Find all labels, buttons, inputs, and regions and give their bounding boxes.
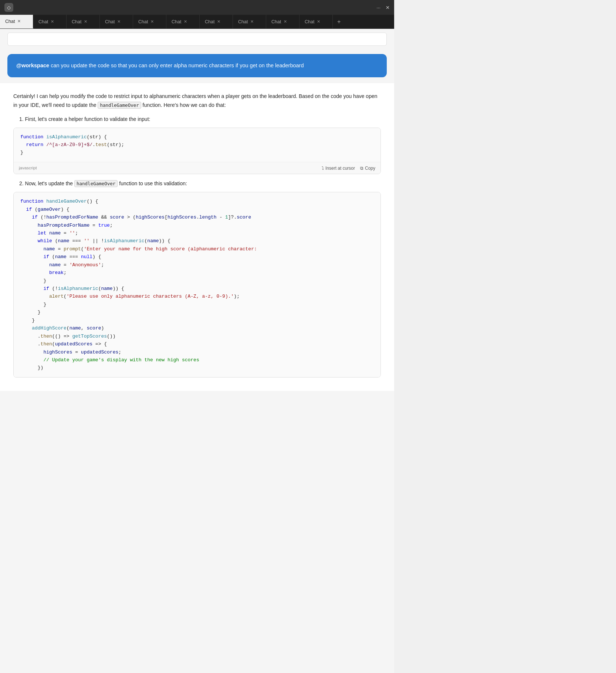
copy-icon: ⧉ bbox=[360, 166, 363, 171]
tab-chat-7[interactable]: Chat ✕ bbox=[200, 15, 233, 28]
main-content: @workspace can you update the code so th… bbox=[0, 29, 394, 673]
new-tab-button[interactable]: + bbox=[333, 15, 345, 28]
inline-code-1: handleGameOver bbox=[98, 102, 141, 109]
tab-close-icon[interactable]: ✕ bbox=[284, 20, 287, 24]
copy-label: Copy bbox=[365, 166, 375, 171]
copy-button[interactable]: ⧉ Copy bbox=[360, 166, 375, 171]
insert-label: Insert at cursor bbox=[325, 166, 355, 171]
tab-label: Chat bbox=[205, 19, 214, 24]
tab-close-icon[interactable]: ✕ bbox=[51, 20, 54, 24]
tab-close-icon[interactable]: ✕ bbox=[150, 20, 154, 24]
code-block-1: function isAlphanumeric(str) { return /^… bbox=[13, 128, 381, 175]
tab-label: Chat bbox=[138, 19, 148, 24]
tab-close-icon[interactable]: ✕ bbox=[250, 20, 254, 24]
app-logo: ◇ bbox=[4, 3, 13, 12]
tab-close-icon[interactable]: ✕ bbox=[17, 19, 21, 23]
search-bar-area bbox=[0, 29, 394, 50]
step-1-label: 1. First, let's create a helper function… bbox=[19, 115, 381, 124]
tab-close-icon[interactable]: ✕ bbox=[217, 20, 220, 24]
code-block-2: function handleGameOver() { if (gameOver… bbox=[13, 192, 381, 378]
tab-close-icon[interactable]: ✕ bbox=[84, 20, 87, 24]
tab-close-icon[interactable]: ✕ bbox=[317, 20, 320, 24]
tab-chat-1[interactable]: Chat ✕ bbox=[0, 15, 33, 28]
tab-chat-9[interactable]: Chat ✕ bbox=[266, 15, 299, 28]
tab-label: Chat bbox=[105, 19, 115, 24]
tab-label: Chat bbox=[38, 19, 48, 24]
tab-label: Chat bbox=[271, 19, 281, 24]
code-body-1: function isAlphanumeric(str) { return /^… bbox=[14, 128, 380, 162]
mention-tag: @workspace bbox=[16, 62, 49, 68]
tab-chat-10[interactable]: Chat ✕ bbox=[299, 15, 333, 28]
tab-chat-5[interactable]: Chat ✕ bbox=[133, 15, 166, 28]
tab-label: Chat bbox=[305, 19, 314, 24]
user-message: @workspace can you update the code so th… bbox=[7, 54, 387, 77]
tab-close-icon[interactable]: ✕ bbox=[184, 20, 187, 24]
code-lang-1: javascript bbox=[19, 165, 37, 172]
tab-close-icon[interactable]: ✕ bbox=[117, 20, 121, 24]
inline-code-2: handleGameOver bbox=[74, 180, 118, 187]
titlebar: ◇ ··· ✕ bbox=[0, 0, 394, 15]
tab-label: Chat bbox=[172, 19, 181, 24]
tab-label: Chat bbox=[5, 19, 15, 24]
ai-intro-text: Certainly! I can help you modify the cod… bbox=[13, 92, 381, 110]
ai-response: Certainly! I can help you modify the cod… bbox=[0, 83, 394, 391]
code-actions-1: ⤵ Insert at cursor ⧉ Copy bbox=[322, 166, 375, 171]
tab-chat-2[interactable]: Chat ✕ bbox=[33, 15, 67, 28]
tabbar: Chat ✕ Chat ✕ Chat ✕ Chat ✕ Chat ✕ Chat … bbox=[0, 15, 394, 29]
tab-chat-4[interactable]: Chat ✕ bbox=[100, 15, 133, 28]
window-controls[interactable]: ··· ✕ bbox=[376, 5, 390, 10]
message-text: can you update the code so that you can … bbox=[49, 62, 304, 68]
code-footer-1: javascript ⤵ Insert at cursor ⧉ Copy bbox=[14, 162, 380, 174]
tab-chat-6[interactable]: Chat ✕ bbox=[166, 15, 200, 28]
search-bar[interactable] bbox=[7, 33, 387, 46]
insert-at-cursor-button[interactable]: ⤵ Insert at cursor bbox=[322, 166, 355, 171]
step-2-label: 2. Now, let's update the handleGameOver … bbox=[19, 179, 381, 188]
tab-chat-8[interactable]: Chat ✕ bbox=[233, 15, 266, 28]
tab-chat-3[interactable]: Chat ✕ bbox=[67, 15, 100, 28]
code-body-2: function handleGameOver() { if (gameOver… bbox=[14, 192, 380, 377]
close-button[interactable]: ✕ bbox=[386, 5, 390, 10]
insert-icon: ⤵ bbox=[322, 166, 324, 171]
more-options-button[interactable]: ··· bbox=[376, 5, 380, 10]
tab-label: Chat bbox=[238, 19, 248, 24]
tab-label: Chat bbox=[72, 19, 81, 24]
